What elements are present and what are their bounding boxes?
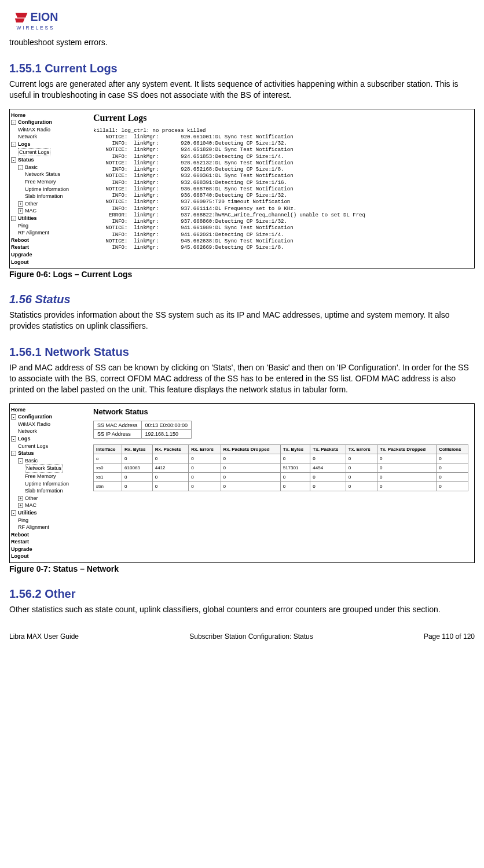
table-cell: 0 (122, 472, 153, 481)
eion-logo-icon: EION WIRELESS (9, 9, 90, 32)
ip-value: 192.168.1.150 (141, 429, 192, 438)
table-row: stm000000000 (94, 481, 468, 491)
nav2-slab[interactable]: Slab Information (11, 487, 86, 495)
nav-utilities[interactable]: -Utilities (11, 215, 86, 222)
table-cell: o (94, 454, 122, 463)
table-cell: 0 (189, 472, 221, 481)
nav-upgrade[interactable]: Upgrade (11, 251, 86, 259)
table-cell: 0 (377, 463, 437, 472)
table-header: Tx. Bytes (280, 444, 310, 454)
svg-text:EION: EION (30, 10, 58, 23)
table-cell: 0 (189, 454, 221, 463)
nav-uptime[interactable]: Uptime Information (11, 186, 86, 193)
nav-restart[interactable]: Restart (11, 244, 86, 251)
nav2-uptime[interactable]: Uptime Information (11, 480, 86, 488)
nav2-restart[interactable]: Restart (11, 538, 86, 546)
nav-logs[interactable]: -Logs (11, 141, 86, 148)
nav2-current-logs[interactable]: Current Logs (11, 443, 86, 450)
network-status-pane: Network Status SS MAC Address00:13 E0:00… (87, 404, 474, 562)
heading-1-55-1: 1.55.1 Current Logs (9, 62, 475, 75)
nav2-rfalign[interactable]: RF Alignment (11, 524, 86, 531)
nav-logout[interactable]: Logout (11, 259, 86, 266)
nav2-logout[interactable]: Logout (11, 553, 86, 560)
table-cell: 0 (280, 472, 310, 481)
nav2-utilities[interactable]: -Utilities (11, 509, 86, 517)
heading-1-56: 1.56 Status (9, 293, 475, 306)
table-cell: 0 (152, 472, 188, 481)
table-cell: 0 (310, 454, 346, 463)
table-cell: 0 (377, 472, 437, 481)
table-cell: 610063 (122, 463, 153, 472)
nav-status[interactable]: -Status (11, 156, 86, 164)
figure-0-6-caption: Figure 0-6: Logs – Current Logs (9, 268, 475, 279)
table-header: Rx. Errors (189, 444, 221, 454)
nav-basic[interactable]: -Basic (11, 164, 86, 171)
nav2-reboot[interactable]: Reboot (11, 531, 86, 539)
interface-table: InterfaceRx. BytesRx. PacketsRx. ErrorsR… (93, 444, 468, 491)
para-1-55-1: Current logs are generated after any sys… (9, 79, 475, 101)
nav2-status[interactable]: -Status (11, 450, 86, 457)
nav2-freemem[interactable]: Free Memory (11, 473, 86, 480)
table-cell: xs0 (94, 463, 122, 472)
log-output: killall: log_ctrl: no process killed NOT… (93, 128, 468, 252)
figure-0-7-caption: Figure 0-7: Status – Network (9, 562, 475, 573)
heading-1-56-2: 1.56.2 Other (9, 587, 475, 601)
table-cell: 0 (346, 454, 377, 463)
nav-wimax[interactable]: WiMAX Radio (11, 126, 86, 134)
table-header: Collisions (437, 444, 468, 454)
nav2-home[interactable]: Home (11, 406, 86, 414)
table-cell: 0 (122, 481, 153, 491)
para-1-56-2: Other statistics such as state count, up… (9, 604, 475, 615)
footer-right: Page 110 of 120 (424, 632, 475, 641)
nav2-config[interactable]: -Configuration (11, 413, 86, 421)
table-cell: 0 (346, 463, 377, 472)
nav-home[interactable]: Home (11, 112, 86, 119)
nav2-basic[interactable]: -Basic (11, 457, 86, 465)
nav-netstat[interactable]: Network Status (11, 171, 86, 178)
table-header: Rx. Packets (152, 444, 188, 454)
nav-ping[interactable]: Ping (11, 222, 86, 230)
nav-rfalign[interactable]: RF Alignment (11, 229, 86, 237)
table-cell: 0 (437, 481, 468, 491)
table-header: Tx. Packets Dropped (377, 444, 437, 454)
table-cell: 0 (310, 481, 346, 491)
nav-network[interactable]: Network (11, 133, 86, 141)
nav-other[interactable]: +Other (11, 200, 86, 208)
brand-logo: EION WIRELESS (9, 9, 475, 32)
table-cell: 0 (437, 463, 468, 472)
nav-mac[interactable]: +MAC (11, 207, 86, 215)
nav2-mac[interactable]: +MAC (11, 502, 86, 509)
current-logs-pane: Current Logs killall: log_ctrl: no proce… (87, 109, 474, 268)
table-cell: 0 (221, 454, 280, 463)
table-cell: 4412 (152, 463, 188, 472)
table-row: o000000000 (94, 454, 468, 463)
nav-tree: Home -Configuration WiMAX Radio Network … (10, 109, 87, 268)
table-cell: 0 (280, 481, 310, 491)
nav-config[interactable]: -Configuration (11, 119, 86, 126)
nav-current-logs[interactable]: Current Logs (11, 148, 86, 157)
nav2-ping[interactable]: Ping (11, 517, 86, 524)
table-cell: 0 (437, 472, 468, 481)
table-cell: 0 (221, 463, 280, 472)
heading-1-56-1: 1.56.1 Network Status (9, 345, 475, 359)
table-cell: xs1 (94, 472, 122, 481)
table-cell: 0 (152, 481, 188, 491)
table-cell: 4454 (310, 463, 346, 472)
nav-slab[interactable]: Slab Information (11, 193, 86, 200)
table-cell: 0 (346, 481, 377, 491)
nav2-wimax[interactable]: WiMAX Radio (11, 421, 86, 428)
nav2-other[interactable]: +Other (11, 495, 86, 502)
table-cell: stm (94, 481, 122, 491)
nav2-network[interactable]: Network (11, 428, 86, 435)
nav-freemem[interactable]: Free Memory (11, 178, 86, 186)
nav2-upgrade[interactable]: Upgrade (11, 546, 86, 553)
table-row: xs1000000000 (94, 472, 468, 481)
table-cell: 0 (437, 454, 468, 463)
nav2-netstat[interactable]: Network Status (11, 464, 86, 473)
mac-label: SS MAC Address (94, 421, 142, 429)
nav2-logs[interactable]: -Logs (11, 435, 86, 443)
para-1-56-1: IP and MAC address of SS can be known by… (9, 362, 475, 395)
nav-reboot[interactable]: Reboot (11, 237, 86, 244)
table-cell: 0 (221, 472, 280, 481)
svg-text:WIRELESS: WIRELESS (17, 25, 55, 31)
